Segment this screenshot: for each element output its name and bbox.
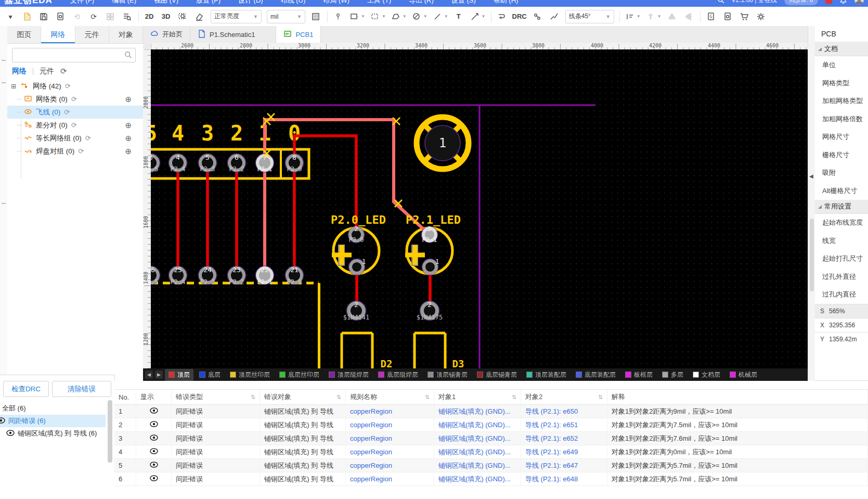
panel-tab-网络[interactable]: 网络 bbox=[41, 26, 75, 43]
net-icon-toolbar[interactable] bbox=[548, 10, 560, 23]
column-header-错误对象[interactable]: 错误对象⇅ bbox=[260, 390, 346, 404]
sync-button[interactable]: 同步库: 0 bbox=[784, 0, 818, 5]
property-row-单位[interactable]: 单位 bbox=[815, 56, 868, 74]
cell-obj1[interactable]: 铺铜区域(填充) (GND)... bbox=[434, 418, 521, 431]
cell-rule[interactable]: copperRegion bbox=[346, 445, 434, 458]
column-header-No.[interactable]: No. bbox=[114, 390, 136, 404]
layer-item-文档层[interactable]: 文档层 bbox=[689, 369, 724, 381]
brightness-select[interactable]: 正常亮度▼ bbox=[211, 10, 262, 23]
add-icon[interactable]: ⊕ bbox=[125, 121, 132, 130]
sort-icon[interactable]: ⇅ bbox=[425, 394, 430, 401]
property-row-加粗网格倍数[interactable]: 加粗网格倍数 bbox=[815, 110, 868, 129]
column-header-解释[interactable]: 解释 bbox=[607, 390, 868, 404]
sort-icon[interactable]: ⇅ bbox=[336, 394, 341, 401]
place-dashed-rect-icon[interactable]: ▼ bbox=[369, 10, 386, 23]
connector-pad-bottom[interactable]: 22P2.1 bbox=[255, 266, 274, 286]
cell-obj2[interactable]: 导线 (P2.1): e652 bbox=[521, 432, 607, 445]
panel-layout-icon[interactable] bbox=[104, 10, 116, 23]
layer-item-底层丝印层[interactable]: 底层丝印层 bbox=[276, 369, 323, 381]
panel-collapse-icon[interactable]: ◀ bbox=[809, 173, 813, 179]
connector-pad-bottom[interactable]: 25P2.4 bbox=[169, 266, 187, 286]
drc-tree-item-1[interactable]: 全部 (6) bbox=[0, 402, 106, 415]
cell-rule[interactable]: copperRegion bbox=[346, 432, 434, 445]
cell-obj2[interactable]: 导线 (P2.1): e649 bbox=[521, 445, 607, 458]
cell-rule[interactable]: copperRegion bbox=[346, 405, 434, 418]
undo-icon[interactable]: ⟲ bbox=[71, 10, 83, 23]
drc-check-icon[interactable]: DRC bbox=[512, 10, 527, 23]
connector-pad-bottom[interactable]: 21P2.0 bbox=[285, 266, 304, 286]
cell-obj1[interactable]: 铺铜区域(填充) (GND)... bbox=[434, 405, 521, 418]
route-icon[interactable] bbox=[496, 10, 508, 23]
visibility-eye-icon[interactable] bbox=[6, 430, 15, 438]
section-header-常用设置[interactable]: ◢常用设置 bbox=[815, 200, 868, 214]
property-row-Alt栅格尺寸[interactable]: Alt栅格尺寸 bbox=[815, 182, 868, 200]
eraser-icon[interactable] bbox=[193, 10, 205, 23]
visibility-eye-icon[interactable] bbox=[150, 448, 158, 456]
cell-obj2[interactable]: 导线 (P2.1): e651 bbox=[521, 418, 607, 431]
add-icon[interactable]: ⊕ bbox=[125, 147, 132, 156]
error-table-row[interactable]: 1间距错误铺铜区域(填充) 到 导线copperRegion铺铜区域(填充) (… bbox=[114, 405, 868, 418]
property-row-吸附[interactable]: 吸附 bbox=[815, 164, 868, 182]
doc-tab-P1.Schematic1[interactable]: P1.Schematic1 bbox=[190, 26, 276, 43]
cell-rule[interactable]: copperRegion bbox=[346, 459, 434, 472]
property-row-网格尺寸[interactable]: 网格尺寸 bbox=[815, 128, 868, 146]
layer-item-顶层装配层[interactable]: 顶层装配层 bbox=[523, 369, 570, 381]
cell-eye[interactable] bbox=[136, 405, 172, 418]
layer-item-底层装配层[interactable]: 底层装配层 bbox=[572, 369, 619, 381]
visibility-eye-icon[interactable] bbox=[150, 475, 158, 483]
layer-nav-prev[interactable]: ◀ bbox=[145, 370, 153, 379]
visibility-eye-icon[interactable] bbox=[0, 417, 5, 425]
layer-item-底层[interactable]: 底层 bbox=[196, 369, 224, 381]
property-row-栅格尺寸[interactable]: 栅格尺寸 bbox=[815, 146, 868, 164]
toolbar-more-dropdown-icon[interactable]: ▾ bbox=[4, 10, 17, 23]
layer-item-顶层锡膏层[interactable]: 顶层锡膏层 bbox=[424, 369, 471, 381]
doc-tab-PCB1[interactable]: PCB1 bbox=[276, 26, 321, 43]
pcb-canvas[interactable]: 54321013P2.54P2.45P2.36P2.27P2.18P2.026P… bbox=[151, 49, 808, 368]
cell-obj1[interactable]: 铺铜区域(填充) (GND)... bbox=[434, 432, 521, 445]
sort-icon[interactable]: ⇅ bbox=[512, 394, 516, 401]
sort-icon[interactable]: ⇅ bbox=[598, 394, 603, 401]
cell-eye[interactable] bbox=[136, 472, 172, 485]
cell-eye[interactable] bbox=[136, 432, 172, 445]
cell-obj2[interactable]: 导线 (P2.1): e647 bbox=[521, 459, 607, 472]
cell-obj1[interactable]: 铺铜区域(填充) (GND)... bbox=[434, 472, 521, 485]
refresh-icon[interactable]: ⟳ bbox=[85, 134, 91, 142]
place-circle-slash-icon[interactable]: ▼ bbox=[411, 10, 427, 23]
flip-horizontal-icon[interactable] bbox=[666, 10, 678, 23]
search-input[interactable] bbox=[12, 48, 136, 62]
tree-item-5[interactable]: 等长网络组 (0)⟳⊕ bbox=[7, 132, 143, 145]
menu-item[interactable]: 视图 (V) bbox=[154, 0, 178, 4]
error-table-row[interactable]: 2间距错误铺铜区域(填充) 到 导线copperRegion铺铜区域(填充) (… bbox=[114, 418, 868, 432]
align-left-icon[interactable]: ▼ bbox=[624, 10, 641, 23]
place-text-icon[interactable]: T bbox=[452, 10, 465, 23]
menu-item[interactable]: 导出 (R) bbox=[409, 0, 434, 4]
tree-item-4[interactable]: 差分对 (0)⟳⊕ bbox=[7, 119, 143, 132]
notification-badge[interactable] bbox=[825, 0, 832, 4]
place-line-icon[interactable]: ▼ bbox=[432, 10, 448, 23]
global-search-icon[interactable] bbox=[717, 0, 724, 4]
tree-item-1[interactable]: ⊞网络 (42)⟳ bbox=[7, 80, 143, 93]
measure-icon[interactable]: ▼ bbox=[469, 10, 486, 23]
layer-item-板框层[interactable]: 板框层 bbox=[621, 369, 656, 381]
column-header-对象2[interactable]: 对象2⇅ bbox=[521, 390, 607, 404]
cell-obj2[interactable]: 导线 (P2.1): e648 bbox=[521, 472, 607, 485]
subtab-component[interactable]: 元件 bbox=[40, 67, 54, 76]
property-row-起始布线宽度[interactable]: 起始布线宽度 bbox=[815, 214, 868, 232]
grid-settings-icon[interactable] bbox=[309, 10, 322, 23]
refresh-icon[interactable]: ⟳ bbox=[65, 82, 71, 90]
section-header-文档[interactable]: ◢文档 bbox=[815, 42, 868, 56]
doc-tab-开始页[interactable]: 开始页 bbox=[143, 26, 190, 43]
error-table-row[interactable]: 3间距错误铺铜区域(填充) 到 导线copperRegion铺铜区域(填充) (… bbox=[114, 432, 868, 445]
panel-tab-图页[interactable]: 图页 bbox=[7, 26, 41, 43]
visibility-eye-icon[interactable] bbox=[150, 434, 158, 442]
property-row-过孔内直径[interactable]: 过孔内直径 bbox=[815, 286, 868, 304]
cell-rule[interactable]: copperRegion bbox=[346, 418, 434, 431]
unit-select[interactable]: mil▼ bbox=[267, 10, 305, 23]
scrollbar-thumb[interactable] bbox=[810, 219, 814, 291]
column-header-错误类型[interactable]: 错误类型⇅ bbox=[172, 390, 260, 404]
place-polygon-icon[interactable]: ▼ bbox=[390, 10, 407, 23]
cell-rule[interactable]: copperRegion bbox=[346, 472, 434, 485]
connector-pad-top[interactable]: 8P2.0 bbox=[285, 153, 304, 173]
panel-tab-对象[interactable]: 对象 bbox=[109, 26, 143, 43]
property-row-起始打孔尺寸[interactable]: 起始打孔尺寸 bbox=[815, 250, 868, 268]
